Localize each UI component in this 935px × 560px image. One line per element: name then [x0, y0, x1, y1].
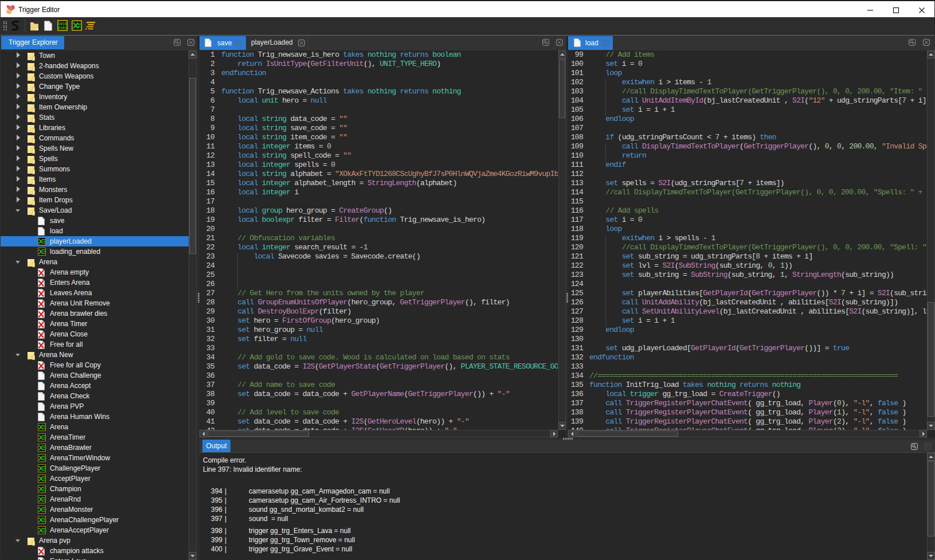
svg-text:0101: 0101 — [58, 26, 67, 30]
svg-text:1010: 1010 — [58, 22, 67, 26]
